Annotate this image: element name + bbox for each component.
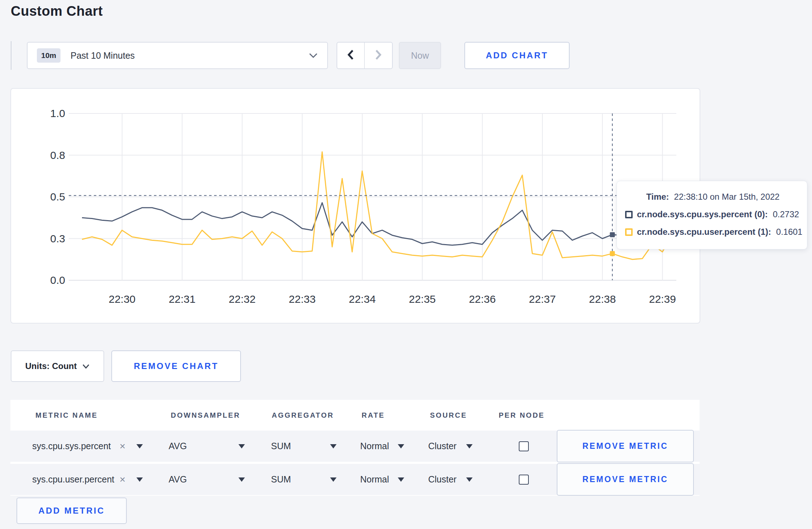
downsampler-select[interactable]: AVG xyxy=(169,431,187,462)
remove-metric-button[interactable]: REMOVE METRIC xyxy=(557,463,694,496)
aggregator-caret[interactable] xyxy=(330,431,337,462)
source-select[interactable]: Cluster xyxy=(428,464,456,495)
rate-select[interactable]: Normal xyxy=(360,431,389,462)
metric-name-select[interactable] xyxy=(136,431,143,462)
svg-text:0.5: 0.5 xyxy=(50,191,65,203)
aggregator-caret[interactable] xyxy=(330,464,337,495)
chevron-right-icon xyxy=(375,49,382,62)
chevron-down-icon xyxy=(82,364,90,369)
col-header-source: SOURCE xyxy=(430,400,467,431)
clear-metric-icon[interactable]: × xyxy=(120,464,125,495)
tooltip-series-value: 0.1601 xyxy=(776,227,802,237)
source-caret[interactable] xyxy=(466,431,473,462)
rate-caret[interactable] xyxy=(398,464,404,495)
caret-down-icon xyxy=(136,444,143,448)
caret-down-icon xyxy=(330,477,337,482)
metrics-table: METRIC NAME DOWNSAMPLER AGGREGATOR RATE … xyxy=(10,400,700,496)
svg-text:22:33: 22:33 xyxy=(289,293,316,305)
caret-down-icon xyxy=(398,444,404,448)
prev-time-button[interactable] xyxy=(337,43,365,68)
next-time-button[interactable] xyxy=(365,43,392,68)
add-chart-button[interactable]: ADD CHART xyxy=(464,42,570,69)
svg-text:22:36: 22:36 xyxy=(469,293,496,305)
caret-down-icon xyxy=(466,477,473,482)
clear-metric-icon[interactable]: × xyxy=(120,431,125,462)
svg-text:0.0: 0.0 xyxy=(50,274,65,286)
caret-down-icon xyxy=(398,477,404,482)
remove-metric-button[interactable]: REMOVE METRIC xyxy=(557,430,694,462)
chart-tooltip: Time: 22:38:10 on Mar 15th, 2022 cr.node… xyxy=(617,181,807,249)
aggregator-select[interactable]: SUM xyxy=(271,464,291,495)
table-row: sys.cpu.sys.percent × AVG SUM Normal Clu… xyxy=(10,431,700,462)
downsampler-select[interactable]: AVG xyxy=(169,464,187,495)
metric-name-value: sys.cpu.user.percent xyxy=(32,464,114,495)
chevron-down-icon xyxy=(309,53,318,58)
tooltip-series-label: cr.node.sys.cpu.user.percent (1): xyxy=(637,227,771,237)
units-select[interactable]: Units: Count xyxy=(11,350,104,382)
aggregator-select[interactable]: SUM xyxy=(271,431,291,462)
metric-name-select[interactable] xyxy=(136,464,143,495)
tooltip-time-value: 22:38:10 on Mar 15th, 2022 xyxy=(674,192,780,202)
source-caret[interactable] xyxy=(466,464,473,495)
caret-down-icon xyxy=(136,477,143,482)
svg-text:22:34: 22:34 xyxy=(349,293,376,305)
section-divider xyxy=(11,41,11,70)
metric-name-value: sys.cpu.sys.percent xyxy=(32,431,111,462)
svg-text:22:31: 22:31 xyxy=(169,293,195,305)
svg-text:22:38: 22:38 xyxy=(589,293,616,305)
units-label: Units: Count xyxy=(25,361,77,371)
table-row: sys.cpu.user.percent × AVG SUM Normal Cl… xyxy=(10,464,700,495)
chart-card: 0.00.30.50.81.022:3022:3122:3222:3322:34… xyxy=(10,88,700,324)
per-node-checkbox[interactable] xyxy=(519,441,529,451)
series-user-swatch-icon xyxy=(625,228,633,236)
caret-down-icon xyxy=(238,477,245,482)
svg-text:22:32: 22:32 xyxy=(229,293,256,305)
time-range-label: Past 10 Minutes xyxy=(71,50,309,61)
series-sys-swatch-icon xyxy=(625,211,633,218)
page-title: Custom Chart xyxy=(11,4,103,19)
tooltip-series-label: cr.node.sys.cpu.sys.percent (0): xyxy=(637,209,768,219)
tooltip-series-value: 0.2732 xyxy=(773,209,799,219)
col-header-per-node: PER NODE xyxy=(499,400,545,431)
rate-select[interactable]: Normal xyxy=(360,464,389,495)
col-header-metric-name: METRIC NAME xyxy=(35,400,98,431)
caret-down-icon xyxy=(330,444,337,448)
svg-text:0.8: 0.8 xyxy=(50,149,65,161)
time-window-nav xyxy=(337,42,393,69)
svg-text:1.0: 1.0 xyxy=(50,107,65,119)
tooltip-time-label: Time: xyxy=(646,192,669,202)
downsampler-caret[interactable] xyxy=(238,464,245,495)
caret-down-icon xyxy=(238,444,245,448)
time-range-badge: 10m xyxy=(37,48,61,63)
col-header-downsampler: DOWNSAMPLER xyxy=(171,400,240,431)
now-button[interactable]: Now xyxy=(399,42,441,69)
time-range-select[interactable]: 10m Past 10 Minutes xyxy=(27,42,328,69)
rate-caret[interactable] xyxy=(398,431,404,462)
add-metric-button[interactable]: ADD METRIC xyxy=(16,498,127,524)
col-header-aggregator: AGGREGATOR xyxy=(272,400,334,431)
svg-text:22:30: 22:30 xyxy=(108,293,135,305)
timeseries-chart[interactable]: 0.00.30.50.81.022:3022:3122:3222:3322:34… xyxy=(11,89,700,323)
chevron-left-icon xyxy=(347,49,354,62)
caret-down-icon xyxy=(466,444,473,448)
svg-text:22:37: 22:37 xyxy=(529,293,556,305)
svg-text:22:35: 22:35 xyxy=(409,293,436,305)
remove-chart-button[interactable]: REMOVE CHART xyxy=(111,350,241,382)
per-node-checkbox[interactable] xyxy=(519,475,529,485)
svg-text:22:39: 22:39 xyxy=(649,293,676,305)
svg-text:0.3: 0.3 xyxy=(50,233,65,244)
downsampler-caret[interactable] xyxy=(238,431,245,462)
col-header-rate: RATE xyxy=(362,400,385,431)
source-select[interactable]: Cluster xyxy=(428,431,456,462)
